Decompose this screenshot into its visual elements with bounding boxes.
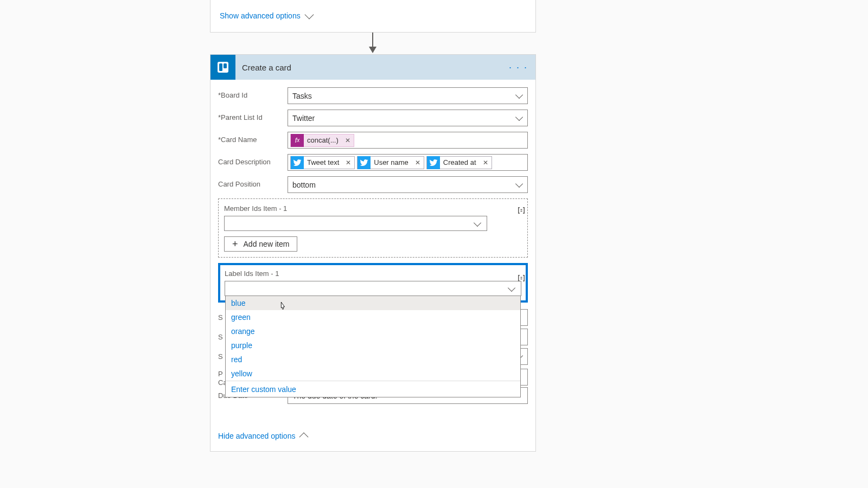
dynamic-token[interactable]: Tweet text ✕ <box>290 156 355 169</box>
board-id-label: Board Id <box>218 91 288 100</box>
card-name-label: Card Name <box>218 136 288 145</box>
card-position-value: bottom <box>292 181 316 189</box>
dynamic-token[interactable]: User name ✕ <box>357 156 424 169</box>
add-new-item-label: Add new item <box>244 240 290 248</box>
chevron-down-icon <box>304 10 314 20</box>
hide-advanced-options-link[interactable]: Hide advanced options <box>218 432 307 440</box>
trello-icon <box>210 55 235 80</box>
chevron-down-icon <box>515 180 523 188</box>
token-remove-button[interactable]: ✕ <box>412 159 424 166</box>
label-ids-array: Label Ids Item - 1 blue green orange pur… <box>218 263 528 303</box>
create-card-action: Create a card · · · Board Id Tasks Paren… <box>210 54 536 452</box>
svg-rect-2 <box>219 63 222 71</box>
chevron-down-icon <box>515 91 523 99</box>
action-title: Create a card <box>242 63 291 72</box>
token-remove-button[interactable]: ✕ <box>342 159 354 166</box>
twitter-icon <box>427 156 440 169</box>
token-remove-button[interactable]: ✕ <box>480 159 492 166</box>
flow-arrow-icon <box>372 33 374 55</box>
dropdown-option-blue[interactable]: blue <box>226 296 520 310</box>
dropdown-option-red[interactable]: red <box>226 352 520 367</box>
dropdown-option-yellow[interactable]: yellow <box>226 367 520 381</box>
token-text: User name <box>371 158 412 166</box>
token-text: Tweet text <box>304 158 342 166</box>
svg-rect-3 <box>224 63 227 68</box>
chevron-up-icon <box>299 433 309 442</box>
member-ids-array: Member Ids Item - 1 + Add new item <box>218 198 528 258</box>
expression-token[interactable]: fx concat(...) ✕ <box>290 134 354 147</box>
fx-icon: fx <box>291 134 304 147</box>
action-body: Board Id Tasks Parent List Id Twitter Ca… <box>210 80 535 451</box>
dropdown-option-orange[interactable]: orange <box>226 324 520 338</box>
add-new-item-button[interactable]: + Add new item <box>224 236 297 252</box>
hide-advanced-options-label: Hide advanced options <box>218 432 295 440</box>
label-ids-dropdown: blue green orange purple red yellow Ente… <box>225 296 521 397</box>
card-position-label: Card Position <box>218 180 288 189</box>
label-ids-item-label: Label Ids Item - 1 <box>225 269 521 278</box>
card-name-input[interactable]: fx concat(...) ✕ <box>288 132 528 149</box>
chevron-down-icon <box>474 219 481 227</box>
dynamic-token[interactable]: Created at ✕ <box>426 156 492 169</box>
token-text: Created at <box>440 158 480 166</box>
chevron-down-icon <box>508 284 515 292</box>
switch-to-array-button[interactable] <box>516 205 527 216</box>
switch-to-array-button[interactable] <box>516 273 527 284</box>
chevron-down-icon <box>515 113 523 121</box>
parent-list-id-select[interactable]: Twitter <box>288 110 528 126</box>
parent-list-id-label: Parent List Id <box>218 113 288 123</box>
twitter-icon <box>291 156 304 169</box>
label-ids-select[interactable]: blue green orange purple red yellow Ente… <box>225 281 521 296</box>
plus-icon: + <box>232 239 238 249</box>
card-position-select[interactable]: bottom <box>288 176 528 193</box>
show-advanced-options-link[interactable]: Show advanced options <box>220 11 312 20</box>
action-menu-button[interactable]: · · · <box>509 62 528 73</box>
action-header[interactable]: Create a card · · · <box>210 55 535 80</box>
member-ids-item-label: Member Ids Item - 1 <box>224 204 522 213</box>
card-description-input[interactable]: Tweet text ✕ User name ✕ C <box>288 154 528 171</box>
board-id-select[interactable]: Tasks <box>288 87 528 104</box>
token-remove-button[interactable]: ✕ <box>342 137 354 144</box>
dropdown-option-green[interactable]: green <box>226 310 520 324</box>
previous-action-card: Show advanced options <box>210 0 536 33</box>
parent-list-id-value: Twitter <box>292 114 315 123</box>
show-advanced-options-label: Show advanced options <box>220 11 301 20</box>
expression-token-text: concat(...) <box>304 136 342 144</box>
member-ids-select[interactable] <box>224 216 487 231</box>
dropdown-option-custom[interactable]: Enter custom value <box>226 381 520 397</box>
board-id-value: Tasks <box>292 92 312 100</box>
twitter-icon <box>358 156 371 169</box>
card-description-label: Card Description <box>218 158 288 167</box>
dropdown-option-purple[interactable]: purple <box>226 338 520 352</box>
